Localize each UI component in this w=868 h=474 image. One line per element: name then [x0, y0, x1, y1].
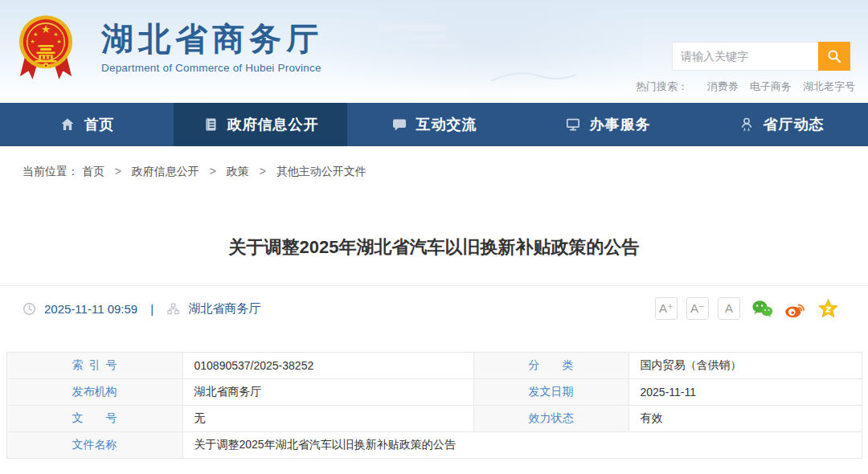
hot-search-row: 热门搜索： 消费券 电子商务 湖北老字号 — [636, 80, 855, 94]
field-value-publisher: 湖北省商务厅 — [182, 379, 473, 406]
breadcrumb-separator: > — [115, 165, 121, 178]
cloud-scroll-decoration — [490, 69, 579, 85]
field-value-index-number: 010890537/2025-38252 — [182, 353, 473, 379]
breadcrumb-separator: > — [210, 165, 216, 178]
chat-icon — [391, 116, 407, 133]
table-row: 文件名称 关于调整2025年湖北省汽车以旧换新补贴政策的公告 — [6, 432, 862, 459]
field-value-doc-title: 关于调整2025年湖北省汽车以旧换新补贴政策的公告 — [182, 432, 862, 459]
field-label-validity: 效力状态 — [473, 406, 628, 432]
main-navigation: 首页 政府信息公开 互动交流 办事服务 省厅动态 — [0, 103, 868, 146]
document-info-table: 索 引 号 010890537/2025-38252 分 类 国内贸易（含供销）… — [6, 352, 862, 459]
person-badge-icon — [739, 116, 755, 133]
hot-search-item[interactable]: 电子商务 — [750, 80, 792, 94]
nav-item-gov-info[interactable]: 政府信息公开 — [174, 103, 347, 146]
field-value-category: 国内贸易（含供销） — [628, 353, 862, 379]
search-input[interactable] — [672, 42, 818, 71]
site-title: 湖北省商务厅 — [101, 21, 323, 56]
clock-icon — [23, 302, 36, 316]
field-label-doc-number: 文 号 — [6, 406, 182, 432]
national-emblem-icon: ★ ★ ★ ★ ★ — [18, 10, 74, 85]
nav-item-label: 首页 — [84, 115, 115, 134]
nav-item-department-news[interactable]: 省厅动态 — [694, 103, 868, 146]
qzone-share-icon[interactable] — [817, 298, 839, 320]
nav-item-label: 政府信息公开 — [227, 115, 319, 134]
field-value-doc-number: 无 — [182, 406, 473, 432]
font-reset-button[interactable]: A — [718, 297, 740, 320]
breadcrumb-label: 当前位置： — [23, 165, 79, 178]
publish-datetime: 2025-11-11 09:59 — [44, 302, 137, 316]
search-icon — [827, 49, 841, 63]
monitor-icon — [565, 116, 581, 133]
hot-search-item[interactable]: 消费券 — [707, 80, 739, 94]
search-bar — [672, 42, 850, 71]
field-label-issue-date: 发文日期 — [473, 379, 628, 406]
document-icon — [203, 116, 219, 133]
nav-item-home[interactable]: 首页 — [0, 103, 174, 146]
table-row: 发布机构 湖北省商务厅 发文日期 2025-11-11 — [6, 379, 862, 406]
svg-text:★: ★ — [41, 23, 51, 35]
nav-item-label: 办事服务 — [590, 115, 651, 134]
font-decrease-button[interactable]: A⁻ — [686, 297, 709, 320]
table-row: 文 号 无 效力状态 有效 — [6, 406, 862, 432]
nav-item-label: 互动交流 — [416, 115, 477, 134]
nav-item-interaction[interactable]: 互动交流 — [347, 103, 521, 146]
article-tools: A⁺ A⁻ A — [655, 297, 839, 320]
breadcrumb-separator: > — [260, 165, 266, 178]
weibo-share-icon[interactable] — [784, 298, 806, 320]
cloud-decoration — [424, 43, 457, 49]
home-icon — [59, 116, 76, 133]
svg-text:★: ★ — [56, 39, 61, 44]
meta-separator: | — [145, 302, 158, 316]
breadcrumb-item[interactable]: 首页 — [82, 165, 104, 178]
svg-text:★: ★ — [54, 31, 59, 37]
field-value-issue-date: 2025-11-11 — [628, 379, 862, 406]
site-header: ★ ★ ★ ★ ★ 湖北省商务厅 Department of Commerce … — [0, 0, 868, 103]
page-title: 关于调整2025年湖北省汽车以旧换新补贴政策的公告 — [0, 235, 868, 259]
article-source: 湖北省商务厅 — [188, 301, 260, 317]
field-label-doc-title: 文件名称 — [6, 432, 182, 459]
breadcrumb: 当前位置： 首页 > 政府信息公开 > 政策 > 其他主动公开文件 — [0, 146, 868, 179]
field-label-publisher: 发布机构 — [6, 379, 182, 406]
hot-search-label: 热门搜索： — [636, 80, 688, 94]
svg-text:★: ★ — [30, 39, 35, 44]
search-button[interactable] — [818, 42, 850, 71]
organization-icon — [166, 302, 180, 316]
breadcrumb-item[interactable]: 其他主动公开文件 — [276, 165, 366, 178]
article-meta-info: 2025-11-11 09:59 | 湖北省商务厅 — [23, 301, 260, 317]
hot-search-item[interactable]: 湖北老字号 — [803, 80, 855, 94]
cloud-decoration — [378, 24, 447, 31]
field-value-validity: 有效 — [628, 406, 862, 432]
field-label-index-number: 索 引 号 — [6, 353, 182, 379]
article-meta-bar: 2025-11-11 09:59 | 湖北省商务厅 A⁺ A⁻ A — [0, 285, 868, 331]
table-row: 索 引 号 010890537/2025-38252 分 类 国内贸易（含供销） — [6, 353, 862, 379]
wechat-share-icon[interactable] — [751, 298, 773, 320]
site-subtitle: Department of Commerce of Hubei Province — [101, 62, 323, 74]
font-increase-button[interactable]: A⁺ — [655, 297, 678, 320]
nav-item-label: 省厅动态 — [764, 115, 825, 134]
header-mist-decoration — [305, 8, 643, 96]
svg-text:★: ★ — [33, 31, 38, 37]
site-brand[interactable]: ★ ★ ★ ★ ★ 湖北省商务厅 Department of Commerce … — [18, 10, 323, 85]
breadcrumb-item[interactable]: 政府信息公开 — [132, 165, 199, 178]
cloud-decoration — [400, 35, 448, 41]
nav-item-services[interactable]: 办事服务 — [521, 103, 694, 146]
breadcrumb-item[interactable]: 政策 — [227, 165, 249, 178]
field-label-category: 分 类 — [473, 353, 628, 379]
